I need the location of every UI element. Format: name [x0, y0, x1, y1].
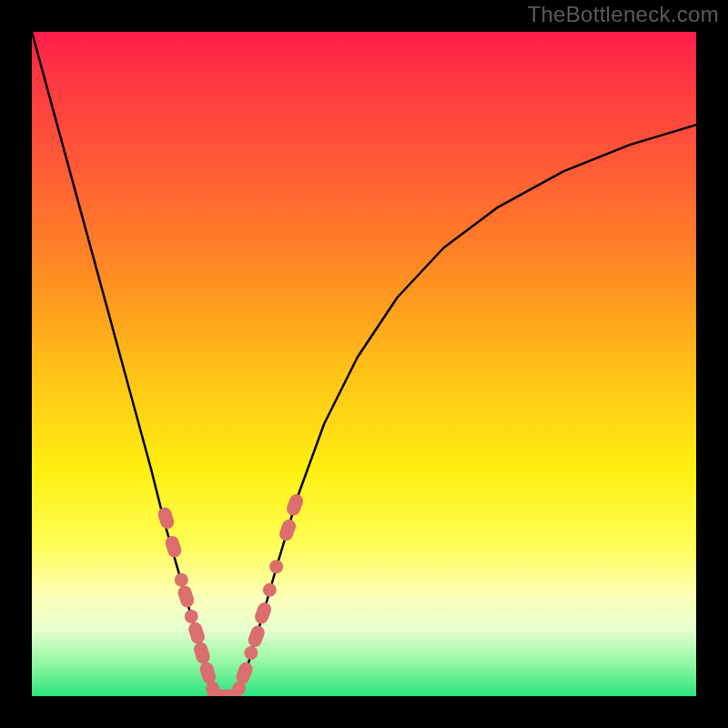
curve-right-branch	[238, 125, 696, 696]
marker-pill	[198, 661, 217, 685]
marker-pill	[253, 601, 273, 626]
marker-pill	[192, 641, 211, 665]
marker-layer	[157, 492, 305, 696]
marker-pill	[278, 518, 298, 543]
marker-dot	[185, 610, 198, 623]
svg-rect-0	[157, 506, 176, 531]
watermark-text: TheBottleneck.com	[527, 2, 719, 27]
marker-pill	[285, 492, 305, 518]
chart-svg	[32, 32, 696, 696]
svg-rect-9	[247, 623, 267, 649]
plot-area	[32, 32, 696, 696]
marker-pill	[177, 584, 196, 609]
svg-rect-10	[253, 601, 273, 626]
marker-dot	[263, 583, 277, 597]
svg-rect-12	[285, 492, 305, 518]
svg-rect-4	[192, 641, 211, 665]
marker-dot	[244, 646, 258, 660]
marker-pill	[164, 534, 183, 559]
svg-rect-2	[177, 584, 196, 609]
svg-rect-5	[198, 661, 217, 685]
svg-rect-1	[164, 534, 183, 559]
curve-layer	[32, 32, 696, 696]
chart-frame: TheBottleneck.com	[0, 0, 728, 728]
marker-pill	[157, 506, 176, 531]
marker-pill	[187, 621, 206, 645]
marker-dot	[175, 573, 188, 587]
svg-rect-11	[278, 518, 298, 543]
svg-rect-3	[187, 621, 206, 645]
marker-dot	[269, 560, 283, 573]
marker-pill	[247, 623, 267, 649]
